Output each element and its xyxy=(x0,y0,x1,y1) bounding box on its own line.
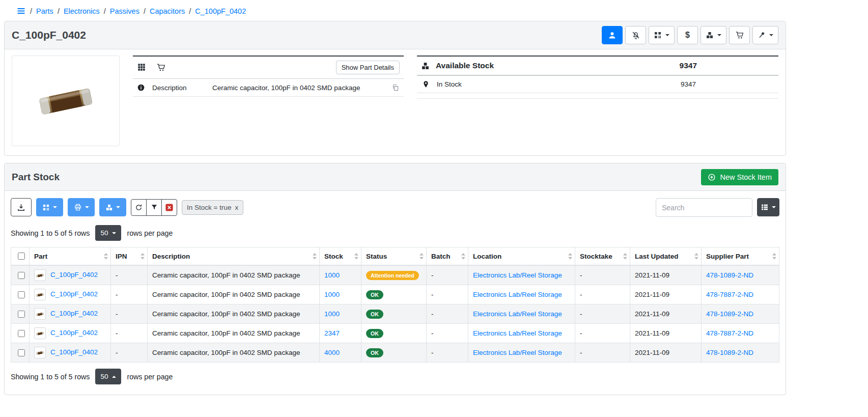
supplier-part-cell: 478-1089-2-ND xyxy=(702,343,779,363)
in-stock-label: In Stock xyxy=(437,80,462,88)
column-header-part[interactable]: Part xyxy=(30,247,111,266)
location-link[interactable]: Electronics Lab/Reel Storage xyxy=(473,271,562,279)
print-options-button[interactable] xyxy=(68,198,95,216)
part-image[interactable] xyxy=(12,55,120,146)
stock-cell: 4000 xyxy=(320,343,361,363)
page-size-button[interactable]: 50 xyxy=(95,369,121,384)
location-link[interactable]: Electronics Lab/Reel Storage xyxy=(473,310,562,318)
breadcrumb-item-electronics[interactable]: Electronics xyxy=(64,7,100,15)
supplier-part-link[interactable]: 478-1089-2-ND xyxy=(706,310,753,318)
column-header-batch[interactable]: Batch xyxy=(427,247,468,266)
column-header-last-updated[interactable]: Last Updated xyxy=(630,247,702,266)
row-checkbox[interactable] xyxy=(18,330,25,337)
toolbar-left: In Stock = true x xyxy=(11,198,243,216)
supplier-part-cell: 478-7887-2-ND xyxy=(702,285,779,304)
row-checkbox[interactable] xyxy=(18,272,25,279)
add-filter-button[interactable] xyxy=(146,199,162,216)
table-row[interactable]: C_100pF_0402 - Ceramic capacitor, 100pF … xyxy=(11,343,779,363)
stock-link[interactable]: 1000 xyxy=(324,310,340,318)
column-header-supplier-part[interactable]: Supplier Part xyxy=(702,247,779,266)
subscribe-button[interactable] xyxy=(602,26,623,44)
status-cell: OK xyxy=(361,285,427,304)
stock-link[interactable]: 1000 xyxy=(324,271,340,279)
breadcrumb-item-current-part[interactable]: C_100pF_0402 xyxy=(195,7,246,15)
hammer-icon xyxy=(758,31,766,39)
supplier-part-link[interactable]: 478-7887-2-ND xyxy=(706,329,753,337)
part-details-panel: Show Part Details Description Ceramic ca… xyxy=(133,55,404,146)
row-checkbox[interactable] xyxy=(18,311,25,318)
export-button[interactable] xyxy=(11,198,32,216)
breadcrumb-item-parts[interactable]: Parts xyxy=(36,7,53,15)
stock-actions-button[interactable] xyxy=(701,26,726,44)
select-all-checkbox[interactable] xyxy=(18,253,25,260)
barcode-actions-button[interactable] xyxy=(649,26,675,44)
column-header-ipn[interactable]: IPN xyxy=(111,247,148,266)
menu-button[interactable] xyxy=(16,6,26,16)
column-header-status[interactable]: Status xyxy=(361,247,427,266)
part-stock-header: Part Stock New Stock Item xyxy=(5,163,786,191)
part-link[interactable]: C_100pF_0402 xyxy=(50,329,98,337)
table-view-toggle-button[interactable] xyxy=(757,198,779,216)
notifications-off-button[interactable] xyxy=(625,26,646,44)
breadcrumb-item-passives[interactable]: Passives xyxy=(110,7,139,15)
row-checkbox[interactable] xyxy=(18,349,25,356)
barcode-options-button[interactable] xyxy=(36,198,63,216)
location-link[interactable]: Electronics Lab/Reel Storage xyxy=(473,349,562,356)
hamburger-icon xyxy=(16,6,26,16)
reload-button[interactable] xyxy=(131,199,147,216)
row-checkbox[interactable] xyxy=(18,291,25,298)
supplier-part-cell: 478-7887-2-ND xyxy=(702,324,779,343)
part-toolbar: $ xyxy=(602,26,778,44)
table-row[interactable]: C_100pF_0402 - Ceramic capacitor, 100pF … xyxy=(11,324,779,343)
row-select-cell xyxy=(11,304,30,324)
part-link[interactable]: C_100pF_0402 xyxy=(50,348,98,356)
rows-per-page-label: rows per page xyxy=(127,373,173,381)
caret-up-icon xyxy=(112,376,116,378)
details-panel-header: Show Part Details xyxy=(133,57,404,79)
part-actions-button[interactable] xyxy=(752,26,778,44)
filter-tag-clear[interactable]: x xyxy=(235,204,238,211)
new-stock-item-button[interactable]: New Stock Item xyxy=(701,169,778,185)
capacitor-photo xyxy=(31,80,101,122)
column-header-description[interactable]: Description xyxy=(148,247,320,266)
stock-link[interactable]: 2347 xyxy=(324,329,340,337)
supplier-part-link[interactable]: 478-1089-2-ND xyxy=(706,271,753,279)
part-link[interactable]: C_100pF_0402 xyxy=(50,290,98,298)
search-input[interactable] xyxy=(656,198,752,217)
supplier-part-link[interactable]: 478-1089-2-ND xyxy=(706,349,753,356)
breadcrumb-item-capacitors[interactable]: Capacitors xyxy=(150,7,185,15)
stock-options-button[interactable] xyxy=(99,198,126,216)
table-row[interactable]: C_100pF_0402 - Ceramic capacitor, 100pF … xyxy=(11,304,779,324)
stock-table-body: C_100pF_0402 - Ceramic capacitor, 100pF … xyxy=(11,265,779,363)
show-part-details-button[interactable]: Show Part Details xyxy=(336,61,400,74)
batch-cell: - xyxy=(427,304,468,324)
capacitor-thumb-icon xyxy=(35,330,45,337)
filter-remove-icon xyxy=(165,203,174,212)
status-badge: OK xyxy=(366,329,383,338)
part-link[interactable]: C_100pF_0402 xyxy=(50,310,98,317)
stock-table-container: Part IPN Description Stock Status Batch … xyxy=(5,247,786,363)
active-filter-tag[interactable]: In Stock = true x xyxy=(182,200,243,215)
last-updated-cell: 2021-11-09 xyxy=(630,343,702,363)
part-link[interactable]: C_100pF_0402 xyxy=(50,271,98,279)
clear-filters-button[interactable] xyxy=(161,199,177,216)
location-cell: Electronics Lab/Reel Storage xyxy=(468,265,575,285)
column-header-location[interactable]: Location xyxy=(468,247,575,266)
table-row[interactable]: C_100pF_0402 - Ceramic capacitor, 100pF … xyxy=(11,265,779,285)
last-updated-cell: 2021-11-09 xyxy=(630,304,702,324)
location-link[interactable]: Electronics Lab/Reel Storage xyxy=(473,329,562,337)
page-size-button[interactable]: 50 xyxy=(95,225,121,241)
column-header-stocktake[interactable]: Stocktake xyxy=(575,247,630,266)
stock-link[interactable]: 1000 xyxy=(324,291,340,298)
page-size-value: 50 xyxy=(100,229,108,237)
table-row[interactable]: C_100pF_0402 - Ceramic capacitor, 100pF … xyxy=(11,285,779,304)
stock-link[interactable]: 4000 xyxy=(324,349,340,356)
select-all-header[interactable] xyxy=(11,247,30,266)
location-link[interactable]: Electronics Lab/Reel Storage xyxy=(473,291,562,298)
column-header-stock[interactable]: Stock xyxy=(320,247,361,266)
copy-button[interactable] xyxy=(391,84,400,92)
order-button[interactable] xyxy=(729,26,750,44)
pricing-button[interactable]: $ xyxy=(677,26,698,44)
supplier-part-link[interactable]: 478-7887-2-ND xyxy=(706,291,753,298)
stock-table: Part IPN Description Stock Status Batch … xyxy=(11,247,779,363)
